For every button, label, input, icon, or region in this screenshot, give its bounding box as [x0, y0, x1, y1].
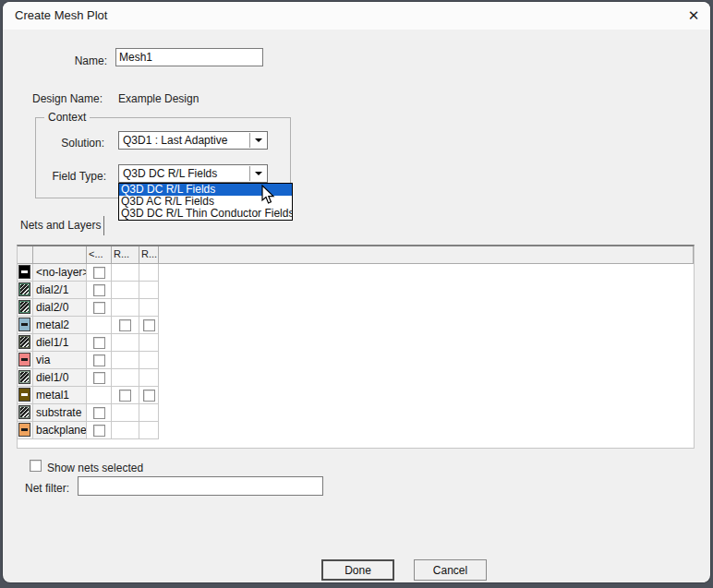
close-icon[interactable]: ✕ [681, 4, 707, 28]
layer-color-swatch [18, 335, 30, 349]
layer-name: substrate [33, 404, 87, 422]
header-col-r2: R... [139, 246, 159, 263]
layer-checkbox[interactable] [93, 337, 105, 349]
layer-name: metal2 [33, 317, 87, 334]
cancel-button[interactable]: Cancel [414, 559, 487, 581]
layer-cell [87, 282, 112, 299]
layer-cell [139, 317, 159, 334]
layer-cell [139, 352, 159, 369]
layer-checkbox[interactable] [93, 425, 105, 437]
layer-swatch-cell [18, 317, 33, 334]
layer-checkbox[interactable] [143, 390, 155, 402]
layer-color-swatch [18, 318, 30, 331]
layer-color-swatch [18, 353, 30, 366]
chevron-down-icon[interactable] [249, 133, 266, 148]
layer-color-swatch [18, 282, 30, 296]
tab-nets-and-layers[interactable]: Nets and Layers [20, 219, 101, 232]
layer-cell [139, 369, 159, 387]
header-filler [159, 246, 694, 263]
layer-cell [87, 299, 112, 317]
chevron-down-icon[interactable] [249, 166, 266, 181]
layer-cell [139, 422, 159, 439]
layer-cell [112, 352, 139, 369]
header-col-r1: R... [112, 246, 139, 263]
net-filter-input[interactable] [78, 476, 323, 496]
create-mesh-plot-dialog: Create Mesh Plot ✕ Name: Design Name: Ex… [3, 2, 710, 582]
table-header-row: <... R... R... [18, 246, 694, 264]
layer-cell [87, 264, 112, 282]
layer-name: via [33, 352, 87, 369]
header-name [33, 246, 87, 263]
field-type-combobox[interactable]: Q3D DC R/L Fields [118, 164, 268, 183]
row-filler [159, 317, 694, 334]
layer-swatch-cell [18, 264, 33, 282]
layer-name: backplane [33, 422, 87, 439]
solution-combobox[interactable]: Q3D1 : Last Adaptive [118, 131, 268, 150]
table-row: via [18, 352, 694, 369]
done-button[interactable]: Done [321, 559, 394, 581]
row-filler [159, 282, 694, 299]
layer-cell [139, 264, 159, 282]
layer-name: dial2/1 [33, 282, 87, 299]
layer-cell [112, 264, 139, 282]
layer-checkbox[interactable] [93, 284, 105, 296]
show-nets-checkbox[interactable] [30, 460, 42, 472]
layer-swatch-cell [18, 334, 33, 352]
tab-divider [103, 216, 104, 235]
layer-color-swatch [18, 405, 30, 419]
layer-cell [139, 387, 159, 404]
solution-label: Solution: [35, 136, 104, 150]
field-type-label: Field Type: [35, 169, 106, 184]
layer-checkbox[interactable] [93, 407, 105, 419]
name-input[interactable] [115, 48, 263, 66]
layer-cell [87, 369, 112, 387]
name-label: Name: [40, 54, 107, 68]
mouse-cursor-icon [261, 185, 275, 209]
layer-cell [87, 422, 112, 439]
show-nets-label: Show nets selected [47, 461, 143, 475]
table-row: dial2/1 [18, 282, 694, 299]
layer-cell [87, 334, 112, 352]
layer-swatch-cell [18, 282, 33, 299]
table-row: metal2 [18, 317, 694, 334]
table-row: diel1/0 [18, 369, 694, 387]
field-type-selected-value: Q3D DC R/L Fields [123, 165, 248, 182]
row-filler [159, 352, 694, 369]
layer-cell [87, 352, 112, 369]
layer-checkbox[interactable] [119, 390, 131, 402]
layer-cell [87, 317, 112, 334]
layer-checkbox[interactable] [119, 319, 131, 331]
row-filler [159, 387, 694, 404]
row-filler [159, 334, 694, 352]
layer-checkbox[interactable] [93, 354, 105, 366]
layer-cell [112, 369, 139, 387]
table-row: dial2/0 [18, 299, 694, 317]
table-row: substrate [18, 404, 694, 422]
layer-checkbox[interactable] [93, 372, 105, 384]
layer-color-swatch [18, 388, 30, 402]
layer-cell [87, 404, 112, 422]
dropdown-item[interactable]: Q3D DC R/L Thin Conductor Fields [119, 208, 292, 220]
nets-layers-table: <... R... R... <no-layer>dial2/1dial2/0m… [17, 245, 695, 449]
layer-cell [112, 387, 139, 404]
layer-cell [112, 299, 139, 317]
layer-checkbox[interactable] [143, 319, 155, 331]
layer-cell [139, 282, 159, 299]
layer-swatch-cell [18, 404, 33, 422]
row-filler [159, 369, 694, 387]
layer-cell [112, 334, 139, 352]
layer-name: diel1/1 [33, 334, 87, 352]
layer-name: diel1/0 [33, 369, 87, 387]
layer-color-swatch [18, 423, 30, 437]
layer-checkbox[interactable] [93, 302, 105, 314]
layer-checkbox[interactable] [93, 267, 105, 279]
layer-cell [112, 422, 139, 439]
row-filler [159, 404, 694, 422]
header-col-select: <... [87, 246, 112, 263]
layer-name: metal1 [33, 387, 87, 404]
layer-name: <no-layer> [33, 264, 87, 282]
title-bar: Create Mesh Plot ✕ [3, 2, 710, 30]
layer-cell [112, 317, 139, 334]
row-filler [159, 299, 694, 317]
layer-color-swatch [18, 300, 30, 314]
